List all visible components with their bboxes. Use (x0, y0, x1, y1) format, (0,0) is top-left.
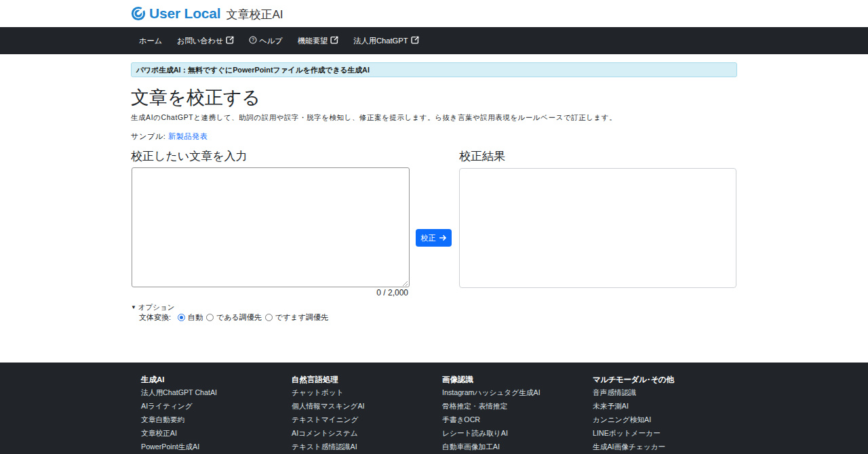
svg-text:?: ? (252, 37, 254, 43)
